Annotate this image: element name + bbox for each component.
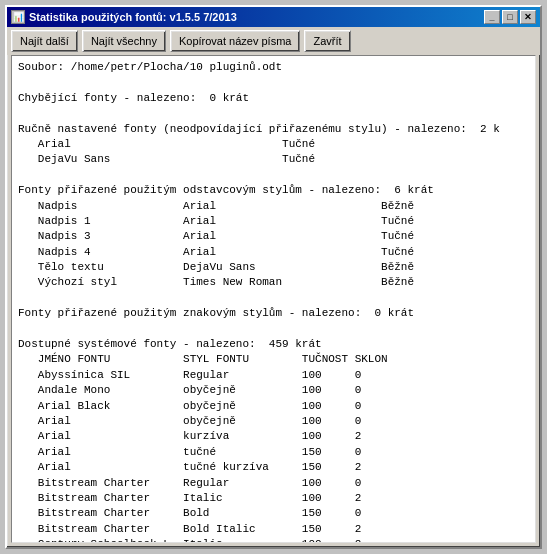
minimize-button[interactable]: _ xyxy=(484,10,500,24)
find-next-button[interactable]: Najít další xyxy=(11,30,78,52)
close-button[interactable]: ✕ xyxy=(520,10,536,24)
app-icon: 📊 xyxy=(11,10,25,24)
find-all-button[interactable]: Najít všechny xyxy=(82,30,166,52)
text-output[interactable]: Soubor: /home/petr/Plocha/10 pluginů.odt… xyxy=(12,56,535,542)
maximize-button[interactable]: □ xyxy=(502,10,518,24)
window-title: Statistika použitých fontů: v1.5.5 7/201… xyxy=(29,11,237,23)
copy-font-name-button[interactable]: Kopírovat název písma xyxy=(170,30,301,52)
content-area: Soubor: /home/petr/Plocha/10 pluginů.odt… xyxy=(11,55,536,543)
toolbar: Najít další Najít všechny Kopírovat náze… xyxy=(7,27,540,55)
title-bar-left: 📊 Statistika použitých fontů: v1.5.5 7/2… xyxy=(11,10,237,24)
title-bar: 📊 Statistika použitých fontů: v1.5.5 7/2… xyxy=(7,7,540,27)
close-button-toolbar[interactable]: Zavřít xyxy=(304,30,350,52)
title-bar-buttons: _ □ ✕ xyxy=(484,10,536,24)
main-window: 📊 Statistika použitých fontů: v1.5.5 7/2… xyxy=(5,5,542,549)
